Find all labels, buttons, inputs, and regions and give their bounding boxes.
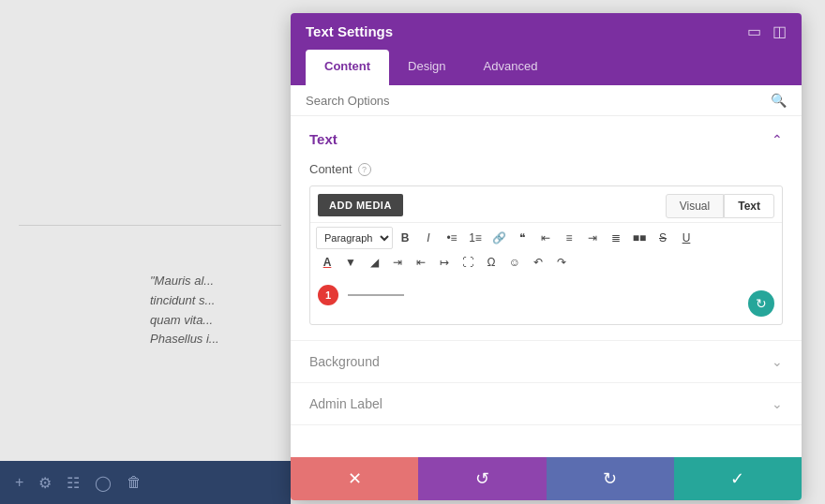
confirm-button[interactable]: ✓ [674,457,802,500]
underline-button[interactable]: U [675,227,698,249]
columns-icon[interactable]: ◫ [772,22,787,40]
background-section-title: Background [309,354,380,369]
panel-body: Text ⌃ Content ? ADD MEDIA Visual Te [291,116,802,457]
layout-icon[interactable]: ☷ [67,474,80,492]
search-bar: 🔍 [291,85,802,116]
background-section: Background ⌄ [291,341,802,383]
font-color-button[interactable]: A [316,251,338,274]
tab-content[interactable]: Content [306,50,389,85]
panel-tabs: Content Design Advanced [291,50,802,85]
toggle-visual-button[interactable]: Visual [666,194,724,218]
add-media-button[interactable]: ADD MEDIA [318,194,403,216]
admin-label-section-title: Admin Label [309,396,382,411]
toolbar-row-2: A ▼ ◢ ⇥ ⇤ ↦ ⛶ Ω ☺ ↶ ↷ [316,251,776,274]
refresh-icon[interactable]: ↻ [748,290,774,317]
toggle-text-button[interactable]: Text [724,194,774,218]
background-section-header[interactable]: Background ⌄ [291,341,802,382]
align-right-button[interactable]: ⇥ [581,227,604,249]
undo-button[interactable]: ↺ [418,457,546,500]
content-label-row: Content ? [309,162,783,176]
undo-editor-button[interactable]: ↶ [527,251,549,274]
step-badge: 1 [318,285,338,305]
align-indent-button[interactable]: ⇥ [386,251,409,274]
justify-button[interactable]: ≣ [605,227,627,249]
ordered-list-button[interactable]: 1≡ [464,227,487,249]
strikethrough-button[interactable]: S [652,227,674,249]
unordered-list-button[interactable]: •≡ [441,227,463,249]
editor-toolbar: Paragraph Heading 1 Heading 2 B I •≡ 1≡ … [310,222,782,277]
admin-label-section: Admin Label ⌄ [291,383,802,425]
omega-button[interactable]: Ω [480,251,502,274]
content-label: Content [309,162,352,176]
admin-label-chevron-icon: ⌄ [772,396,783,411]
editor-toggle: Visual Text [666,194,774,218]
trash-icon[interactable]: 🗑 [127,474,142,491]
power-icon[interactable]: ◯ [95,474,112,492]
panel-header-icons: ▭ ◫ [747,22,787,40]
text-section-header[interactable]: Text ⌃ [291,116,802,162]
background-chevron-icon: ⌄ [772,354,783,369]
bold-button[interactable]: B [394,227,416,249]
page-divider [19,225,281,226]
tab-design[interactable]: Design [389,50,464,85]
indent-more-button[interactable]: ↦ [433,251,456,274]
redo-button[interactable]: ↻ [547,457,674,500]
editor-content[interactable]: 1 ↻ [310,277,782,324]
action-bar: ✕ ↺ ↻ ✓ [291,457,802,500]
cancel-button[interactable]: ✕ [291,457,418,500]
quote-text: "Mauris al...tincidunt s...quam vita...P… [150,272,219,349]
link-button[interactable]: 🔗 [488,227,510,249]
settings-panel: Text Settings ▭ ◫ Content Design Advance… [291,13,802,500]
editor-placeholder-line [348,294,404,296]
panel-header: Text Settings ▭ ◫ [291,13,802,50]
dropdown-arrow-btn[interactable]: ▼ [339,251,362,274]
add-icon[interactable]: + [15,474,23,491]
redo-editor-button[interactable]: ↷ [550,251,573,274]
align-left-button[interactable]: ⇤ [534,227,557,249]
highlight-button[interactable]: ◢ [363,251,385,274]
bottom-toolbar: + ⚙ ☷ ◯ 🗑 [0,461,291,504]
responsive-icon[interactable]: ▭ [747,22,761,40]
panel-title: Text Settings [306,23,393,39]
blockquote-button[interactable]: ❝ [511,227,533,249]
search-icon: 🔍 [771,93,787,108]
editor-wrapper: ADD MEDIA Visual Text Paragraph Heading [309,185,783,325]
text-section: Text ⌃ Content ? ADD MEDIA Visual Te [291,116,802,341]
admin-label-section-header[interactable]: Admin Label ⌄ [291,383,802,424]
dedent-button[interactable]: ⇤ [410,251,432,274]
emoji-button[interactable]: ☺ [503,251,526,274]
text-section-body: Content ? ADD MEDIA Visual Text [291,162,802,340]
tab-advanced[interactable]: Advanced [465,50,557,85]
align-center-button[interactable]: ≡ [558,227,580,249]
paragraph-select[interactable]: Paragraph Heading 1 Heading 2 [316,227,393,249]
search-input[interactable] [306,94,771,108]
fullscreen-button[interactable]: ⛶ [457,251,479,274]
italic-button[interactable]: I [417,227,440,249]
text-chevron-icon: ⌃ [772,132,783,147]
table-button[interactable]: ■■ [628,227,651,249]
toolbar-row-1: Paragraph Heading 1 Heading 2 B I •≡ 1≡ … [316,227,776,249]
help-icon[interactable]: ? [358,163,371,176]
text-section-title: Text [309,131,338,147]
gear-icon[interactable]: ⚙ [38,474,52,492]
